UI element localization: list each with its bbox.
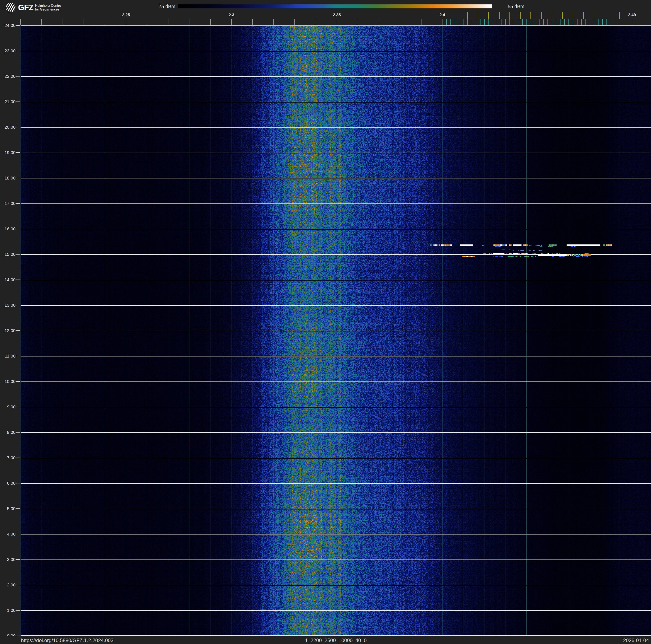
wifi-channel-tick (530, 12, 531, 19)
time-tick (17, 51, 20, 51)
ble-channel-tick (509, 19, 510, 25)
time-tick-label: 20:00 (4, 125, 16, 130)
freq-minor-tick (252, 19, 253, 25)
time-tick (17, 585, 20, 585)
wifi-channel-tick (552, 12, 552, 19)
time-tick (17, 534, 20, 534)
ble-channel-tick (568, 19, 569, 25)
time-tick-label: 23:00 (4, 48, 16, 53)
time-tick-label: 24:00 (4, 23, 16, 28)
freq-minor-tick (358, 19, 358, 25)
time-tick-label: 22:00 (4, 74, 16, 79)
wifi-channel-tick (509, 12, 510, 19)
time-tick-label: 13:00 (4, 303, 16, 308)
time-tick (17, 330, 20, 331)
time-tick (17, 483, 20, 484)
freq-minor-tick (210, 19, 211, 25)
freq-minor-tick (294, 19, 295, 25)
wifi-channel-tick (488, 12, 489, 19)
ble-channel-tick (577, 19, 578, 25)
ble-channel-tick (586, 19, 586, 25)
freq-minor-tick (105, 19, 105, 25)
ble-channel-tick (594, 19, 594, 25)
wifi-channel-tick (573, 12, 573, 19)
time-tick-label: 16:00 (4, 226, 16, 231)
freq-minor-tick (147, 19, 147, 25)
ble-channel-tick (590, 19, 590, 25)
ble-channel-tick (560, 19, 560, 25)
time-tick-label: 10:00 (4, 379, 16, 384)
freq-minor-tick (400, 19, 400, 25)
freq-tick-label: 2.35 (333, 12, 341, 17)
time-tick-label: 15:00 (4, 252, 16, 257)
ble-channel-tick (501, 19, 501, 25)
wifi-channel-tick (583, 12, 584, 19)
freq-minor-tick (231, 19, 231, 25)
time-tick-label: 21:00 (4, 99, 16, 104)
ble-channel-tick (505, 19, 506, 25)
freq-minor-tick (421, 19, 422, 25)
time-tick (17, 636, 20, 636)
time-tick-label: 2:00 (7, 582, 16, 587)
time-tick (17, 381, 20, 382)
ble-channel-tick (480, 19, 480, 25)
spectrogram-overlay-canvas (21, 25, 651, 636)
wifi-channel-tick (594, 12, 594, 19)
freq-minor-tick (379, 19, 379, 25)
time-tick (17, 229, 20, 229)
ble-channel-tick (564, 19, 565, 25)
time-tick (17, 407, 20, 407)
time-tick-label: 3:00 (7, 557, 16, 562)
ble-channel-tick (539, 19, 539, 25)
time-tick (17, 203, 20, 204)
time-tick (17, 356, 20, 356)
time-tick (17, 280, 20, 280)
time-tick-label: 4:00 (7, 531, 16, 536)
time-tick-label: 5:00 (7, 506, 16, 511)
freq-minor-tick (63, 19, 63, 25)
time-tick (17, 305, 20, 305)
ble-channel-tick (602, 19, 603, 25)
ble-channel-tick (548, 19, 548, 25)
filename-label: 1_2200_2500_10000_40_0 (305, 638, 367, 643)
time-tick-label: 8:00 (7, 430, 16, 435)
ble-channel-tick (607, 19, 607, 25)
ble-channel-tick (446, 19, 447, 25)
freq-minor-tick (168, 19, 168, 25)
time-tick-label: 14:00 (4, 277, 16, 282)
time-tick (17, 25, 20, 26)
ble-channel-tick (463, 19, 463, 25)
time-tick-label: 12:00 (4, 328, 16, 333)
time-tick (17, 127, 20, 127)
spectrogram-page: GFZ Helmholtz Centre for Geosciences -75… (0, 0, 651, 644)
freq-minor-tick (273, 19, 274, 25)
time-tick (17, 101, 20, 102)
time-axis: 24:0023:0022:0021:0020:0019:0018:0017:00… (0, 0, 21, 644)
doi-link[interactable]: https://doi.org/10.5880/GFZ.1.2.2024.003 (21, 638, 114, 643)
freq-tick-label: 2.4 (439, 12, 445, 17)
wifi-channel-tick (478, 12, 478, 19)
freq-tick-label: 2.25 (122, 12, 130, 17)
time-tick (17, 610, 20, 611)
freq-minor-tick (442, 19, 442, 25)
ble-channel-tick (459, 19, 459, 25)
freq-minor-tick (126, 19, 126, 25)
freq-tick-label: 2.3 (229, 12, 234, 17)
time-tick-label: 17:00 (4, 201, 16, 206)
ble-channel-tick (472, 19, 472, 25)
time-tick (17, 178, 20, 178)
time-tick (17, 559, 20, 560)
time-tick-label: 18:00 (4, 176, 16, 180)
ble-channel-tick (531, 19, 531, 25)
freq-minor-tick (316, 19, 316, 25)
ble-channel-tick (581, 19, 582, 25)
ble-channel-tick (514, 19, 514, 25)
wifi-channel-tick (562, 12, 563, 19)
freq-minor-tick (189, 19, 189, 25)
time-tick-label: 7:00 (7, 455, 16, 460)
time-tick-label: 11:00 (5, 354, 16, 358)
wifi-channel-tick (467, 12, 468, 19)
wifi-channel-tick (499, 12, 500, 19)
time-tick-label: 1:00 (7, 608, 16, 613)
date-label: 2026-01-04 (623, 638, 649, 643)
